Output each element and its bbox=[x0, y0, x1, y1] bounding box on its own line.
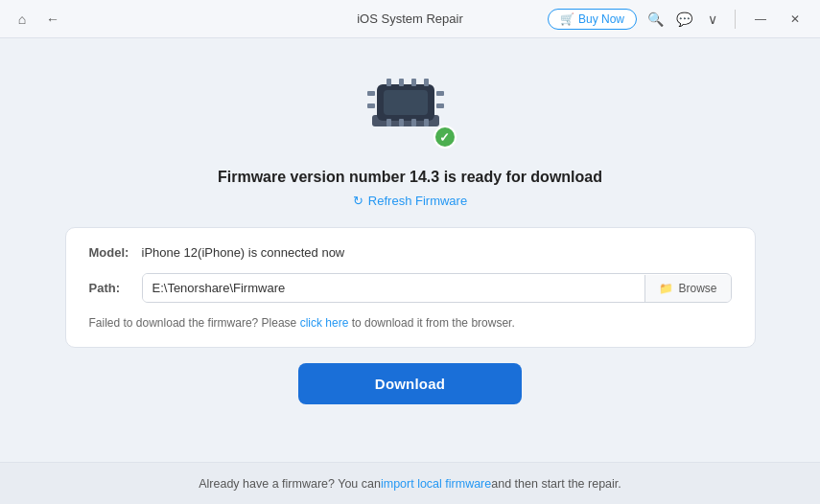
home-icon[interactable]: ⌂ bbox=[12, 9, 33, 30]
divider bbox=[735, 10, 736, 29]
buy-now-button[interactable]: 🛒 Buy Now bbox=[548, 9, 637, 30]
error-text-after: to download it from the browser. bbox=[348, 316, 514, 330]
refresh-label: Refresh Firmware bbox=[368, 194, 467, 208]
import-local-firmware-link[interactable]: import local firmware bbox=[381, 477, 491, 491]
model-label: Model: bbox=[89, 245, 142, 260]
svg-rect-14 bbox=[436, 103, 444, 108]
svg-rect-11 bbox=[367, 91, 375, 96]
svg-rect-13 bbox=[436, 91, 444, 96]
app-title: iOS System Repair bbox=[357, 11, 463, 26]
close-button[interactable]: ✕ bbox=[782, 6, 808, 33]
browse-button[interactable]: 📁 Browse bbox=[644, 275, 730, 302]
model-row: Model: iPhone 12(iPhone) is connected no… bbox=[89, 245, 732, 260]
download-button[interactable]: Download bbox=[298, 363, 522, 404]
chat-icon[interactable]: 💬 bbox=[673, 9, 694, 30]
main-content: Firmware version number 14.3 is ready fo… bbox=[0, 38, 820, 462]
svg-rect-5 bbox=[411, 79, 416, 86]
path-input[interactable] bbox=[143, 274, 645, 302]
minimize-button[interactable]: — bbox=[747, 6, 774, 33]
firmware-title: Firmware version number 14.3 is ready fo… bbox=[218, 169, 602, 186]
model-value: iPhone 12(iPhone) is connected now bbox=[142, 245, 345, 260]
refresh-icon: ↻ bbox=[353, 194, 363, 208]
info-card: Model: iPhone 12(iPhone) is connected no… bbox=[65, 227, 756, 348]
click-here-link[interactable]: click here bbox=[300, 316, 349, 330]
path-label: Path: bbox=[89, 281, 142, 295]
footer-text-after: and then start the repair. bbox=[491, 477, 621, 491]
svg-rect-6 bbox=[424, 79, 429, 86]
footer: Already have a firmware? You can import … bbox=[0, 462, 820, 504]
svg-rect-8 bbox=[399, 119, 404, 126]
footer-text-before: Already have a firmware? You can bbox=[199, 477, 381, 491]
browse-label: Browse bbox=[678, 282, 716, 295]
back-icon[interactable]: ← bbox=[42, 9, 63, 30]
error-row: Failed to download the firmware? Please … bbox=[89, 316, 732, 330]
cart-icon: 🛒 bbox=[560, 12, 574, 26]
refresh-firmware-link[interactable]: ↻ Refresh Firmware bbox=[353, 194, 467, 208]
svg-rect-10 bbox=[424, 119, 429, 126]
error-text-before: Failed to download the firmware? Please bbox=[89, 316, 300, 330]
buy-now-label: Buy Now bbox=[578, 12, 624, 26]
svg-rect-4 bbox=[399, 79, 404, 86]
search-icon[interactable]: 🔍 bbox=[644, 9, 666, 30]
titlebar: ⌂ ← iOS System Repair 🛒 Buy Now 🔍 💬 ∨ — … bbox=[0, 0, 820, 38]
titlebar-right: 🛒 Buy Now 🔍 💬 ∨ — ✕ bbox=[548, 6, 808, 33]
svg-rect-7 bbox=[387, 119, 391, 126]
titlebar-left: ⌂ ← bbox=[12, 9, 63, 30]
svg-rect-3 bbox=[387, 79, 391, 86]
svg-rect-9 bbox=[411, 119, 416, 126]
chip-icon bbox=[363, 67, 449, 139]
svg-rect-12 bbox=[367, 103, 375, 108]
device-icon-area bbox=[363, 67, 458, 153]
check-badge bbox=[433, 126, 457, 149]
path-row: Path: 📁 Browse bbox=[89, 273, 732, 303]
svg-rect-2 bbox=[384, 90, 428, 115]
chevron-down-icon[interactable]: ∨ bbox=[702, 9, 723, 30]
folder-icon: 📁 bbox=[659, 282, 673, 295]
path-input-wrap: 📁 Browse bbox=[142, 273, 732, 303]
